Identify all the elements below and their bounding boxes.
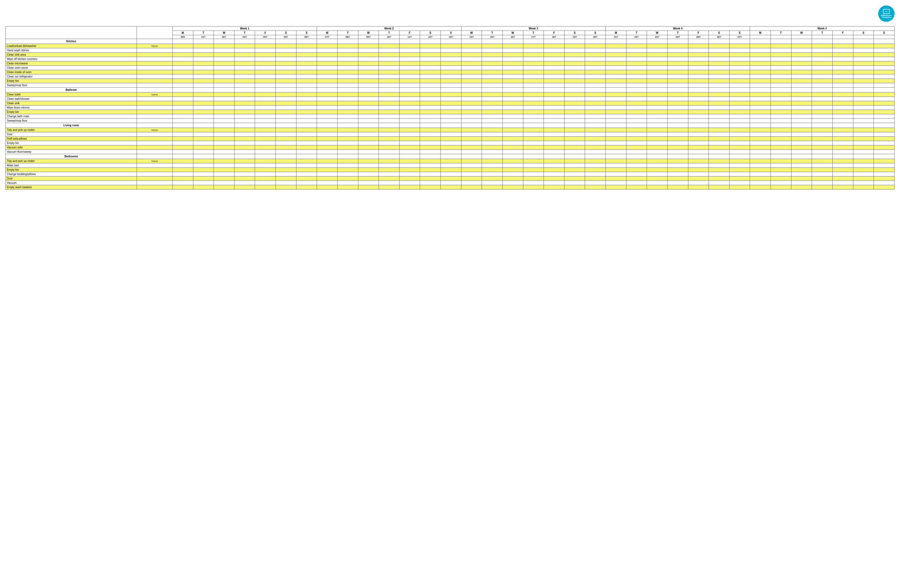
day-cell[interactable] [647, 114, 668, 119]
day-cell[interactable] [482, 105, 503, 110]
day-cell[interactable] [337, 159, 358, 163]
day-cell[interactable] [502, 172, 523, 177]
day-cell[interactable] [441, 185, 461, 189]
day-cell[interactable] [255, 168, 276, 172]
day-cell[interactable] [647, 93, 668, 97]
day-cell[interactable] [399, 70, 420, 74]
day-cell[interactable] [606, 159, 627, 163]
day-cell[interactable] [461, 137, 482, 141]
day-cell[interactable] [379, 154, 400, 159]
day-cell[interactable] [441, 123, 461, 128]
day-cell[interactable] [379, 119, 400, 123]
day-cell[interactable] [399, 93, 420, 97]
day-cell[interactable] [172, 181, 193, 185]
day-cell[interactable] [193, 154, 214, 159]
day-cell[interactable] [606, 48, 627, 53]
day-cell[interactable] [337, 88, 358, 93]
day-cell[interactable] [832, 74, 853, 79]
day-cell[interactable] [626, 137, 647, 141]
day-cell[interactable] [832, 79, 853, 83]
day-cell[interactable] [172, 145, 193, 150]
day-cell[interactable] [832, 128, 853, 132]
day-cell[interactable] [647, 119, 668, 123]
day-cell[interactable] [214, 61, 234, 66]
day-cell[interactable] [647, 110, 668, 114]
day-cell[interactable] [812, 105, 833, 110]
day-cell[interactable] [750, 74, 771, 79]
day-cell[interactable] [564, 110, 585, 114]
day-cell[interactable] [791, 70, 812, 74]
day-cell[interactable] [214, 177, 234, 181]
day-cell[interactable] [276, 172, 296, 177]
day-cell[interactable] [255, 123, 276, 128]
day-cell[interactable] [606, 44, 627, 48]
day-cell[interactable] [461, 177, 482, 181]
day-cell[interactable] [214, 128, 234, 132]
day-cell[interactable] [399, 159, 420, 163]
day-cell[interactable] [255, 141, 276, 145]
day-cell[interactable] [399, 110, 420, 114]
day-cell[interactable] [626, 150, 647, 154]
day-cell[interactable] [750, 97, 771, 101]
day-cell[interactable] [255, 159, 276, 163]
day-cell[interactable] [399, 181, 420, 185]
day-cell[interactable] [709, 48, 729, 53]
day-cell[interactable] [502, 79, 523, 83]
day-cell[interactable] [771, 74, 791, 79]
day-cell[interactable] [812, 177, 833, 181]
day-cell[interactable] [709, 172, 729, 177]
day-cell[interactable] [461, 132, 482, 137]
day-cell[interactable] [709, 154, 729, 159]
day-cell[interactable] [750, 177, 771, 181]
day-cell[interactable] [276, 105, 296, 110]
day-cell[interactable] [193, 101, 214, 105]
day-cell[interactable] [502, 177, 523, 181]
day-cell[interactable] [750, 172, 771, 177]
day-cell[interactable] [729, 185, 750, 189]
day-cell[interactable] [709, 61, 729, 66]
day-cell[interactable] [853, 97, 874, 101]
day-cell[interactable] [214, 119, 234, 123]
day-cell[interactable] [564, 119, 585, 123]
day-cell[interactable] [172, 83, 193, 88]
day-cell[interactable] [276, 123, 296, 128]
day-cell[interactable] [337, 74, 358, 79]
day-cell[interactable] [709, 44, 729, 48]
day-cell[interactable] [214, 150, 234, 154]
day-cell[interactable] [193, 137, 214, 141]
day-cell[interactable] [502, 145, 523, 150]
day-cell[interactable] [420, 93, 441, 97]
day-cell[interactable] [709, 114, 729, 119]
day-cell[interactable] [502, 44, 523, 48]
day-cell[interactable] [606, 83, 627, 88]
day-cell[interactable] [420, 159, 441, 163]
day-cell[interactable] [276, 177, 296, 181]
day-cell[interactable] [482, 39, 503, 44]
day-cell[interactable] [379, 145, 400, 150]
day-cell[interactable] [791, 74, 812, 79]
day-cell[interactable] [874, 83, 895, 88]
day-cell[interactable] [585, 141, 606, 145]
day-cell[interactable] [667, 101, 688, 105]
day-cell[interactable] [585, 44, 606, 48]
day-cell[interactable] [564, 150, 585, 154]
day-cell[interactable] [606, 110, 627, 114]
day-cell[interactable] [337, 145, 358, 150]
day-cell[interactable] [441, 137, 461, 141]
day-cell[interactable] [626, 159, 647, 163]
day-cell[interactable] [771, 57, 791, 61]
day-cell[interactable] [585, 53, 606, 57]
day-cell[interactable] [626, 114, 647, 119]
day-cell[interactable] [337, 110, 358, 114]
day-cell[interactable] [255, 88, 276, 93]
day-cell[interactable] [234, 57, 255, 61]
day-cell[interactable] [255, 172, 276, 177]
day-cell[interactable] [296, 61, 317, 66]
day-cell[interactable] [564, 163, 585, 168]
day-cell[interactable] [461, 119, 482, 123]
day-cell[interactable] [771, 137, 791, 141]
day-cell[interactable] [647, 61, 668, 66]
day-cell[interactable] [399, 132, 420, 137]
day-cell[interactable] [812, 97, 833, 101]
day-cell[interactable] [461, 70, 482, 74]
